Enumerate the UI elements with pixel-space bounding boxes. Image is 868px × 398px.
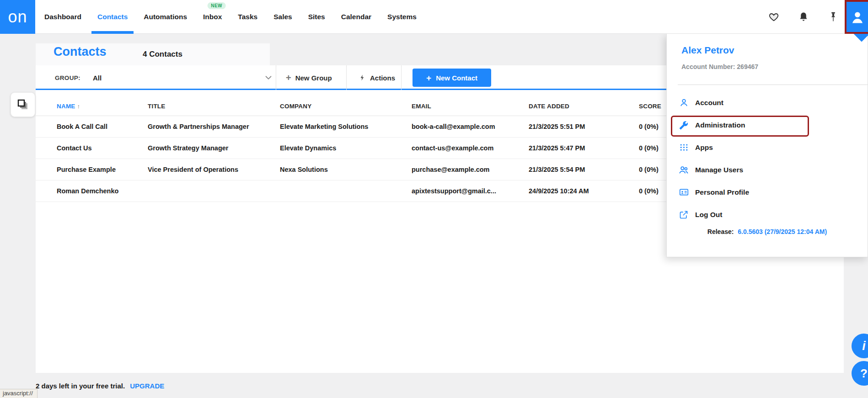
top-navbar: on DashboardContactsAutomationsNEWInboxT… [0,0,868,34]
table-cell: 21/3/2025 5:51 PM [529,123,639,130]
person-icon [679,98,689,108]
navbar-icons [768,0,839,34]
table-cell: apixtestsupport@gmail.c... [412,187,529,195]
trial-banner: 2 days left in your free trial. UPGRADE [36,382,164,390]
table-cell: Purchase Example [57,166,148,173]
table-cell: book-a-call@example.com [412,123,529,130]
table-cell: contact-us@example.com [412,144,529,152]
menu-item-account[interactable]: Account [667,91,868,114]
nav-item-label: Calendar [341,13,371,21]
column-label: TITLE [148,103,166,110]
nav-item-label: Tasks [238,13,257,21]
menu-item-label: Manage Users [695,166,743,174]
column-header-email[interactable]: EMAIL [412,103,529,116]
column-header-date-added[interactable]: DATE ADDED [529,103,639,116]
plus-icon: + [426,74,431,82]
logout-icon [679,210,689,220]
info-icon: i [862,339,866,353]
status-bar-url: javascript:// [0,389,38,398]
nav-item-label: Contacts [97,13,128,21]
menu-item-manage-users[interactable]: Manage Users [667,159,868,181]
avatar-icon[interactable] [845,0,868,34]
toolbar-divider [276,65,276,90]
table-cell: purchase@example.com [412,166,529,173]
nav-item-systems[interactable]: Systems [387,0,417,34]
users-icon [679,165,689,175]
column-label: DATE ADDED [529,103,569,110]
nav-item-inbox[interactable]: NEWInbox [203,0,222,34]
nav-item-tasks[interactable]: Tasks [238,0,257,34]
menu-item-administration[interactable]: Administration [667,114,868,136]
pin-icon[interactable] [828,11,839,22]
stacked-squares-icon [16,98,30,111]
info-button[interactable]: i [852,334,868,358]
help-button[interactable]: ? [852,361,868,386]
page-title: Contacts [54,45,107,59]
nav-item-sites[interactable]: Sites [308,0,325,34]
contact-count: 4 Contacts [143,50,182,59]
nav-item-label: Inbox [203,13,222,21]
group-select[interactable]: All [93,65,102,90]
toolbar-divider [346,65,347,90]
menu-item-apps[interactable]: Apps [667,136,868,159]
heart-icon[interactable] [768,11,779,22]
bell-icon[interactable] [798,11,809,22]
menu-item-label: Log Out [695,211,722,219]
table-cell: Contact Us [57,144,148,152]
table-cell: Book A Call Call [57,123,148,130]
new-group-button[interactable]: + New Group [286,65,332,90]
toolbar-divider [401,65,402,90]
actions-label: Actions [370,74,395,82]
nav-item-label: Dashboard [44,13,81,21]
trial-text: 2 days left in your free trial. [36,382,125,390]
table-cell: Growth Strategy Manager [148,144,280,152]
plus-icon: + [286,73,291,82]
wrench-icon [679,120,689,130]
nav-item-dashboard[interactable]: Dashboard [44,0,81,34]
brand-logo[interactable]: on [0,0,35,34]
column-header-company[interactable]: COMPANY [280,103,412,116]
release-label: Release: [707,228,734,235]
actions-button[interactable]: Actions [359,65,395,90]
upgrade-link[interactable]: UPGRADE [130,382,164,390]
nav-item-label: Automations [144,13,187,21]
nav-item-calendar[interactable]: Calendar [341,0,371,34]
chevron-down-icon[interactable] [263,73,273,83]
column-label: SCORE [639,103,661,110]
menu-item-label: Administration [695,121,745,129]
account-number: Account Number: 269467 [681,63,758,70]
nav-item-label: Sales [273,13,292,21]
dropdown-divider [678,85,868,85]
column-label: COMPANY [280,103,311,110]
sort-arrow-icon: ↑ [77,103,80,110]
table-cell: 21/3/2025 5:47 PM [529,144,639,152]
group-label: GROUP: [55,65,80,90]
menu-item-log-out[interactable]: Log Out [667,203,868,226]
table-cell: 24/9/2025 10:24 AM [529,187,639,195]
nav-item-label: Systems [387,13,417,21]
table-cell: Elevate Dynamics [280,144,412,152]
table-cell: 21/3/2025 5:54 PM [529,166,639,173]
nav-item-label: Sites [308,13,325,21]
column-header-name[interactable]: NAME↑ [57,103,148,116]
table-cell: Vice President of Operations [148,166,280,173]
nav-item-contacts[interactable]: Contacts [97,0,128,34]
app-root: Contacts 4 Contacts GROUP: All + New Gro… [0,0,868,398]
id-card-icon [679,187,689,197]
release-link[interactable]: 6.0.5603 (27/9/2025 12:04 AM) [738,228,827,235]
apps-grid-icon [679,143,689,153]
menu-item-label: Apps [695,143,713,152]
table-cell: Nexa Solutions [280,166,412,173]
new-contact-label: New Contact [436,74,477,82]
new-group-label: New Group [295,74,332,82]
stacked-cards-button[interactable] [11,92,35,117]
table-cell: Elevate Marketing Solutions [280,123,412,130]
table-cell: Growth & Partnerships Manager [148,123,280,130]
user-menu-list: AccountAdministrationAppsManage UsersPer… [667,91,868,226]
nav-item-sales[interactable]: Sales [273,0,292,34]
column-header-title[interactable]: TITLE [148,103,280,116]
menu-item-label: Account [695,99,723,107]
nav-item-automations[interactable]: Automations [144,0,187,34]
menu-item-personal-profile[interactable]: Personal Profile [667,181,868,203]
new-contact-button[interactable]: + New Contact [413,69,491,87]
